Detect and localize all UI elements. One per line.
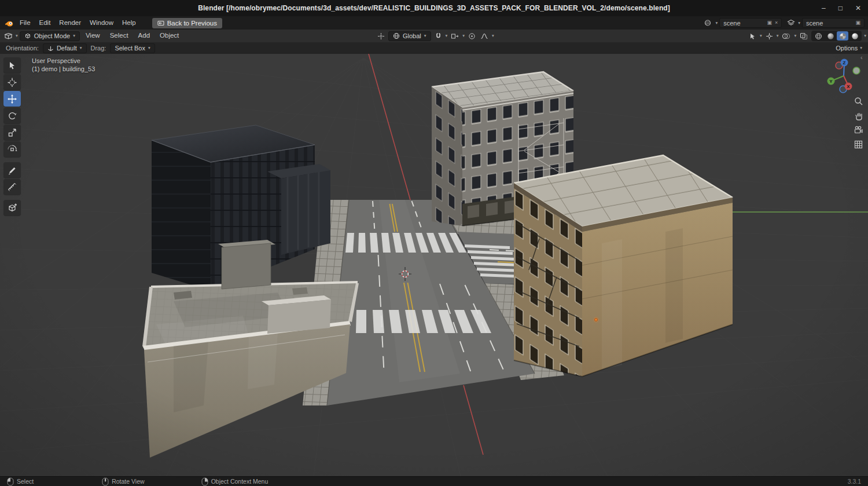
drag-dropdown-value: Select Box (115, 45, 145, 52)
minimize-button[interactable]: – (822, 5, 826, 12)
scene-name-field[interactable]: scene ▣ × (719, 18, 782, 28)
close-button[interactable]: ✕ (855, 5, 861, 12)
tool-annotate[interactable] (3, 162, 21, 178)
zoom-magnifier-icon (854, 96, 863, 106)
shading-material-preview-button[interactable] (837, 31, 848, 41)
tool-measure[interactable] (3, 179, 21, 195)
chevron-down-icon[interactable]: ▾ (794, 34, 796, 38)
editor-type-icon[interactable] (3, 31, 14, 41)
middle-mouse-button-icon (102, 477, 109, 486)
top-menu-bar: File Edit Render Window Help Back to Pre… (0, 16, 868, 30)
window-controls: – □ ✕ (822, 0, 861, 16)
scene-name-value: scene (723, 20, 764, 27)
copy-icon[interactable]: ▣ (855, 20, 860, 25)
zoom-button[interactable] (852, 95, 865, 107)
tool-move[interactable] (3, 91, 21, 107)
object-origin-dot[interactable] (594, 317, 599, 323)
options-dropdown[interactable]: Options ▾ (836, 45, 862, 52)
drag-dropdown[interactable]: Select Box ▾ (110, 43, 155, 53)
rotate-icon (7, 111, 17, 121)
mode-selector-label: Object Mode (34, 32, 70, 39)
menu-select[interactable]: Select (106, 31, 133, 41)
shading-rendered-button[interactable] (849, 31, 860, 41)
select-cursor-icon (10, 62, 14, 70)
navigation-gizmo[interactable]: Z Y X (825, 57, 862, 94)
blender-logo-icon[interactable] (3, 18, 15, 28)
chevron-down-icon[interactable]: ▾ (777, 34, 779, 38)
object-visibility-icon[interactable] (748, 32, 757, 41)
chevron-down-icon[interactable]: ▾ (798, 21, 800, 25)
mode-selector[interactable]: Object Mode ▾ (20, 31, 80, 41)
scale-icon (7, 127, 17, 138)
maximize-button[interactable]: □ (838, 5, 843, 12)
pan-button[interactable] (852, 109, 865, 122)
viewport-controls (852, 95, 865, 151)
shading-wireframe-button[interactable] (812, 31, 824, 41)
window-titlebar: Blender [/home/obrymec/Documents/3d_asse… (0, 0, 868, 16)
right-mouse-button-icon (201, 477, 208, 486)
back-workspace-icon (157, 20, 164, 26)
orientation-selector-label: Global (403, 32, 421, 39)
chevron-down-icon: ▾ (80, 46, 82, 50)
toolbar (3, 57, 21, 215)
proportional-editing-icon[interactable] (467, 32, 477, 41)
falloff-curve-icon[interactable] (479, 32, 490, 41)
back-to-previous-button[interactable]: Back to Previous (152, 18, 222, 28)
menu-window[interactable]: Window (86, 18, 117, 28)
view-layer-name-field[interactable]: scene ▣ (802, 18, 865, 28)
gizmos-icon[interactable] (764, 32, 774, 41)
tool-add-cube[interactable] (3, 200, 21, 215)
tool-cursor[interactable] (3, 74, 21, 90)
axis-y-negative-ball[interactable] (853, 67, 860, 74)
xray-toggle-icon[interactable] (799, 32, 809, 41)
orientation-label: Orientation: (6, 45, 39, 52)
menu-view[interactable]: View (82, 31, 104, 41)
snap-magnet-icon[interactable] (433, 32, 443, 41)
chevron-down-icon: ▾ (148, 46, 150, 50)
orientation-dropdown[interactable]: Default ▾ (43, 43, 87, 53)
tool-select-box[interactable] (3, 57, 21, 73)
chevron-down-icon[interactable]: ▾ (446, 34, 448, 38)
unlink-icon[interactable]: × (775, 20, 778, 25)
scene-selector: ▾ scene ▣ × (703, 18, 782, 28)
overlays-icon[interactable] (781, 32, 792, 41)
menu-render[interactable]: Render (55, 18, 85, 28)
chevron-down-icon[interactable]: ▾ (715, 21, 718, 25)
viewport-3d-scene[interactable] (0, 0, 868, 486)
shading-solid-button[interactable] (825, 31, 836, 41)
tool-transform[interactable] (3, 141, 21, 157)
menu-edit[interactable]: Edit (35, 18, 55, 28)
status-bar: Select Rotate View Object Context Menu 3… (0, 476, 868, 486)
menu-object[interactable]: Object (156, 31, 183, 41)
transform-pivot-icon[interactable] (376, 32, 386, 41)
tool-scale[interactable] (3, 125, 21, 140)
chevron-down-icon[interactable]: ▾ (864, 34, 866, 38)
hint-context-menu-label: Object Context Menu (211, 478, 269, 485)
camera-view-button[interactable] (852, 124, 865, 136)
chevron-down-icon[interactable]: ▾ (462, 34, 465, 38)
copy-icon[interactable]: ▣ (767, 20, 772, 25)
transform-icon (7, 144, 17, 155)
chevron-down-icon[interactable]: ▾ (492, 34, 494, 38)
active-collection-label: (1) demo | building_53 (32, 65, 95, 73)
browse-scene-icon[interactable] (703, 19, 713, 27)
hint-select-label: Select (17, 478, 34, 485)
drag-label: Drag: (91, 45, 106, 52)
window-title: Blender [/home/obrymec/Documents/3d_asse… (198, 4, 670, 12)
transform-orientation-selector[interactable]: Global ▾ (388, 31, 431, 41)
chevron-down-icon: ▾ (860, 46, 862, 50)
axis-y-label: Y (829, 79, 833, 84)
browse-view-layer-icon[interactable] (786, 19, 796, 27)
cursor-3d-icon (7, 77, 17, 87)
chevron-down-icon[interactable]: ▾ (760, 34, 762, 38)
chevron-down-icon[interactable]: ▾ (16, 34, 18, 38)
viewport-header: ▾ Object Mode ▾ View Select Add Object G… (0, 30, 868, 42)
toggle-ortho-button[interactable] (852, 138, 865, 151)
menu-add[interactable]: Add (134, 31, 154, 41)
view-layer-name-value: scene (806, 20, 852, 27)
menu-file[interactable]: File (16, 18, 35, 28)
snap-target-icon[interactable] (450, 32, 460, 41)
menu-help[interactable]: Help (118, 18, 140, 28)
tool-rotate[interactable] (3, 108, 21, 123)
chevron-down-icon: ▾ (73, 34, 75, 38)
